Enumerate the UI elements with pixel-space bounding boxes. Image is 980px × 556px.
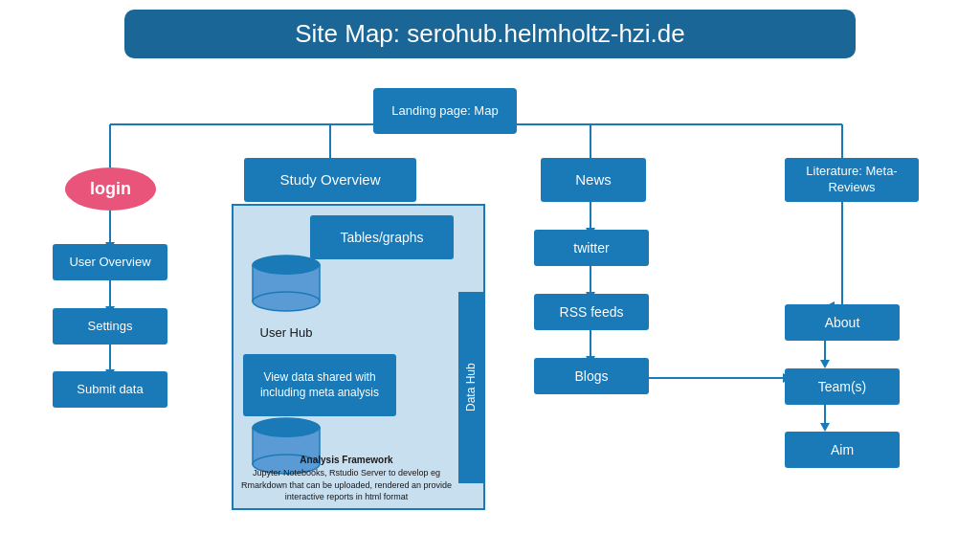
- news-box: News: [541, 158, 646, 202]
- study-overview-box: Study Overview: [244, 158, 416, 202]
- analysis-label: Analysis Framework: [300, 455, 392, 465]
- page-title: Site Map: serohub.helmholtz-hzi.de: [124, 10, 856, 58]
- data-hub-label: Data Hub: [458, 292, 483, 483]
- tables-graphs-box: Tables/graphs: [310, 215, 454, 259]
- aim-box: Aim: [785, 432, 900, 468]
- literature-box: Literature: Meta-Reviews: [785, 158, 919, 202]
- teams-box: Team(s): [785, 368, 900, 405]
- settings-box: Settings: [53, 308, 167, 345]
- svg-marker-26: [820, 360, 830, 368]
- canvas: Site Map: serohub.helmholtz-hzi.de Landi…: [0, 0, 980, 556]
- study-content-area: Tables/graphs User Hub View data shared …: [232, 204, 485, 510]
- svg-marker-28: [820, 423, 830, 432]
- svg-point-34: [253, 256, 320, 275]
- svg-point-38: [253, 418, 320, 437]
- submit-data-box: Submit data: [53, 371, 167, 408]
- login-oval[interactable]: login: [65, 167, 156, 211]
- view-data-box: View data shared with including meta ana…: [243, 354, 396, 416]
- user-hub-label: User Hub: [248, 325, 324, 340]
- twitter-box: twitter: [534, 230, 649, 266]
- landing-page-box: Landing page: Map: [373, 88, 517, 134]
- rss-feeds-box: RSS feeds: [534, 294, 649, 330]
- about-box: About: [785, 304, 900, 341]
- user-hub-db-icon: [248, 254, 324, 321]
- blogs-box: Blogs: [534, 358, 649, 394]
- analysis-desc: Jupyter Notebooks, Rstudio Server to dev…: [241, 468, 452, 501]
- user-overview-box: User Overview: [53, 244, 167, 280]
- analysis-framework-text: Analysis Framework Jupyter Notebooks, Rs…: [238, 454, 455, 503]
- svg-point-33: [253, 292, 320, 311]
